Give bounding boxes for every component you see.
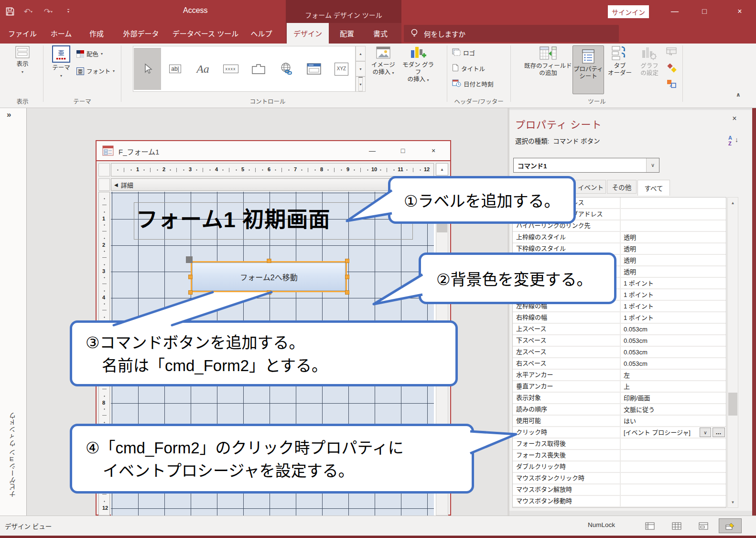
property-row[interactable]: 使用可能 はい ∨ … [513,416,726,427]
themes-button[interactable]: 亜■■■■ テーマ▾ [48,45,75,78]
property-value[interactable]: ∨ … [621,496,726,506]
property-row[interactable]: 水平アンカー 左 ∨ … [513,370,726,381]
property-row[interactable]: 上枠線のスタイル 透明 ∨ … [513,232,726,243]
gallery-scroll-down[interactable]: ▼ [356,61,366,77]
property-value[interactable]: 印刷/画面 ∨ … [621,393,726,403]
property-value[interactable]: 文脈に従う ∨ … [621,404,726,415]
property-row[interactable]: 左スペース 0.053cm ∨ … [513,347,726,358]
tab-home[interactable]: ホーム [46,23,76,44]
property-row[interactable]: フォーカス取得後 ∨ … [513,439,726,450]
gallery-more[interactable]: ▼ [356,77,366,92]
scrollbar-thumb[interactable] [728,393,737,416]
redo-icon[interactable]: ↷▾ [41,5,55,18]
property-row[interactable]: フォーカス喪失後 ∨ … [513,450,726,461]
property-row[interactable]: 右スペース 0.053cm ∨ … [513,358,726,370]
view-button[interactable]: 表示▾ [9,45,36,74]
tab-control-tool[interactable] [245,48,272,90]
gallery-scroll-up[interactable]: ▲ [356,46,366,61]
property-value[interactable]: ∨ … [621,484,726,495]
move-handle[interactable] [186,256,193,263]
navigation-pane-collapsed[interactable]: » ナビゲーション ウィンドウ [0,108,27,516]
resize-handle[interactable] [345,259,349,263]
web-browser-control-tool[interactable] [300,48,327,90]
property-value[interactable]: ∨ … [621,473,726,483]
resize-handle[interactable] [345,290,349,295]
property-value[interactable]: 0.053cm ∨ … [621,347,726,357]
property-row[interactable]: 下スペース 0.053cm ∨ … [513,335,726,347]
property-value[interactable]: 透明 ∨ … [621,255,726,265]
button-control-tool[interactable]: xxxx [217,48,244,90]
resize-handle[interactable] [267,259,271,263]
hyperlink-tool[interactable] [272,48,300,90]
collapse-ribbon-icon[interactable]: ∧ [736,91,741,98]
add-existing-fields-button[interactable]: 既存のフィールドの追加 [524,45,572,77]
property-sheet-button[interactable]: プロパティシート [572,45,604,94]
undo-icon[interactable]: ↶▾ [21,5,35,18]
property-row[interactable]: マウスボタン移動時 ∨ … [513,496,726,507]
design-view-button[interactable] [719,518,742,533]
ruler-corner-box[interactable] [98,163,110,176]
minimize-button[interactable]: — [662,0,687,23]
insert-image-button[interactable]: イメージの挿入 ▾ [368,45,399,77]
tab-file[interactable]: ファイル [4,23,41,44]
form-minimize-button[interactable]: — [362,141,382,160]
property-row[interactable]: マウスボタンクリック時 ∨ … [513,473,726,484]
property-row[interactable]: 上スペース 0.053cm ∨ … [513,324,726,335]
customize-quick-access-icon[interactable]: ▾ [61,5,76,18]
property-value[interactable]: 1 ポイント ∨ … [621,301,726,311]
property-value[interactable]: 1 ポイント ∨ … [621,312,726,323]
property-value[interactable]: 1 ポイント ∨ … [621,289,726,300]
tab-arrange[interactable]: 配置 [332,23,362,44]
property-value[interactable]: 1 ポイント ∨ … [621,278,726,288]
tab-format[interactable]: 書式 [365,23,396,44]
horizontal-ruler[interactable]: 123456789101112 [111,163,434,176]
property-row[interactable]: 読みの順序 文脈に従う ∨ … [513,404,726,416]
fonts-button[interactable]: 亜 フォント▾ [76,66,115,76]
event-builder-button[interactable]: … [713,428,725,437]
textbox-control-tool[interactable]: ab| [162,48,189,90]
colors-button[interactable]: 配色▾ [76,49,103,58]
property-value[interactable]: [イベント プロシージャ] ∨ … [621,427,726,438]
property-row[interactable]: 表示対象 印刷/画面 ∨ … [513,393,726,404]
close-button[interactable]: × [725,0,754,23]
scroll-up-icon[interactable]: ▲ [728,198,738,208]
property-value[interactable]: 0.053cm ∨ … [621,358,726,369]
property-value[interactable]: ∨ … [621,439,726,449]
tab-external-data[interactable]: 外部データ [117,23,165,44]
property-tab-other[interactable]: その他 [607,180,637,194]
tab-create[interactable]: 作成 [81,23,112,44]
property-value[interactable]: ∨ … [621,209,726,220]
sign-in-button[interactable]: サインイン [608,5,649,18]
property-tab-event[interactable]: イベント [575,180,606,194]
sort-az-icon[interactable]: AZ ↓ [728,135,742,149]
date-time-button[interactable]: 日付と時刻 [452,79,494,88]
property-value[interactable]: ∨ … [621,461,726,472]
property-value[interactable]: 上 ∨ … [621,381,726,392]
insert-modern-chart-button[interactable]: モダン グラフの挿入 ▾ [400,45,436,84]
property-row[interactable]: ダブルクリック時 ∨ … [513,461,726,473]
property-row[interactable]: 右枠線の幅 1 ポイント ∨ … [513,312,726,324]
property-value[interactable]: 透明 ∨ … [621,232,726,242]
select-pointer-tool[interactable] [134,48,161,90]
property-value[interactable]: 左 ∨ … [621,370,726,380]
property-row[interactable]: マウスボタン解放時 ∨ … [513,484,726,496]
save-icon[interactable] [3,5,17,18]
tab-order-button[interactable]: タブオーダー [606,45,634,77]
property-tab-all[interactable]: すべて [637,180,670,196]
expand-navigation-icon[interactable]: » [7,110,11,120]
subform-in-new-window-icon[interactable] [666,47,677,58]
object-selector-combobox[interactable]: コマンド1 ∨ [513,158,659,173]
navigation-control-tool[interactable]: XYZ [328,48,355,90]
label-control-tool[interactable]: Aa [189,48,216,90]
logo-button[interactable]: ロゴ [452,48,475,57]
tab-database-tools[interactable]: データベース ツール [170,23,241,44]
property-sheet-scrollbar[interactable]: ▲ ▼ [727,197,738,508]
form-maximize-button[interactable]: □ [393,141,413,160]
form-window-titlebar[interactable]: F_フォーム1 — □ × [97,141,450,161]
property-value[interactable]: はい ∨ … [621,416,726,426]
property-value[interactable]: 透明 ∨ … [621,266,726,277]
tab-help[interactable]: ヘルプ [246,23,277,44]
datasheet-view-button[interactable] [665,518,688,533]
form-view-button[interactable] [638,518,661,533]
property-row[interactable]: クリック時 [イベント プロシージャ] ∨ … [513,427,726,439]
